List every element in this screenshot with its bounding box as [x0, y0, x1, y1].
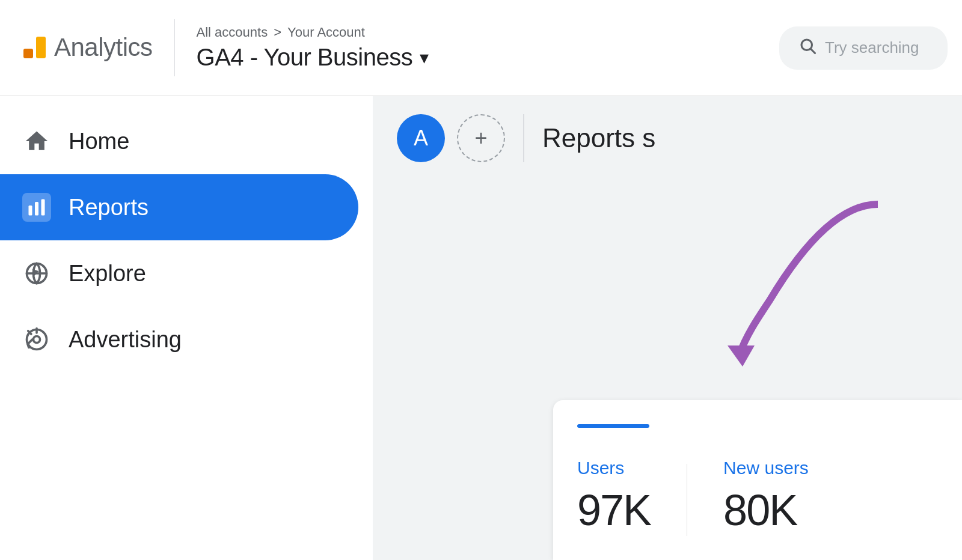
breadcrumb-your-account[interactable]: Your Account — [287, 25, 365, 40]
breadcrumb-area: All accounts > Your Account GA4 - Your B… — [175, 25, 779, 71]
breadcrumb-all-accounts[interactable]: All accounts — [197, 25, 268, 40]
reports-icon — [22, 193, 52, 222]
avatar[interactable]: A — [397, 114, 445, 162]
sidebar-item-advertising-label: Advertising — [69, 327, 182, 353]
breadcrumb-separator: > — [274, 25, 281, 40]
svg-marker-11 — [728, 345, 755, 367]
sidebar-item-explore[interactable]: Explore — [0, 240, 358, 306]
search-placeholder-text: Try searching — [825, 38, 919, 57]
sidebar-item-home-label: Home — [69, 129, 129, 154]
users-label: Users — [577, 458, 651, 478]
stat-divider — [687, 464, 687, 536]
logo-bar-tall — [36, 37, 46, 58]
search-icon — [798, 37, 816, 59]
svg-rect-4 — [41, 199, 45, 216]
active-tab-indicator — [577, 424, 649, 428]
home-icon — [22, 128, 52, 154]
sidebar: Home Reports — [0, 96, 373, 560]
advertising-icon — [22, 326, 52, 353]
reports-section-title: Reports s — [542, 123, 655, 153]
svg-line-1 — [811, 49, 815, 53]
breadcrumb: All accounts > Your Account — [197, 25, 779, 40]
dropdown-arrow-icon: ▾ — [420, 47, 429, 68]
app-name: Analytics — [54, 33, 153, 62]
stats-card: Users 97K New users 80K — [553, 400, 962, 560]
users-value: 97K — [577, 485, 651, 535]
header: Analytics All accounts > Your Account GA… — [0, 0, 962, 96]
content-area: A + Reports s Users 97K New users 80K — [373, 96, 962, 560]
stats-row: Users 97K New users 80K — [577, 446, 938, 536]
main-layout: Home Reports — [0, 96, 962, 560]
sidebar-item-reports-label: Reports — [69, 195, 149, 221]
header-divider — [523, 114, 524, 162]
content-header: A + Reports s — [373, 96, 962, 180]
arrow-annotation — [721, 192, 878, 367]
svg-rect-3 — [35, 202, 38, 216]
sidebar-item-reports[interactable]: Reports — [0, 174, 358, 240]
new-users-label: New users — [723, 458, 809, 478]
svg-point-8 — [34, 336, 40, 343]
property-selector[interactable]: GA4 - Your Business ▾ — [197, 44, 779, 71]
add-comparison-button[interactable]: + — [457, 114, 505, 162]
svg-rect-2 — [29, 205, 32, 216]
analytics-logo-icon — [14, 37, 46, 58]
new-users-value: 80K — [723, 485, 809, 535]
logo-bar-short — [23, 49, 33, 58]
sidebar-item-home[interactable]: Home — [0, 108, 358, 174]
sidebar-item-advertising[interactable]: Advertising — [0, 306, 358, 373]
explore-icon — [22, 260, 52, 287]
stat-new-users: New users 80K — [723, 458, 809, 535]
search-bar[interactable]: Try searching — [779, 26, 948, 70]
property-name: GA4 - Your Business — [197, 44, 413, 71]
sidebar-item-explore-label: Explore — [69, 261, 146, 287]
tab-bar — [577, 424, 938, 428]
logo-area: Analytics — [14, 19, 175, 76]
stat-users: Users 97K — [577, 458, 651, 535]
